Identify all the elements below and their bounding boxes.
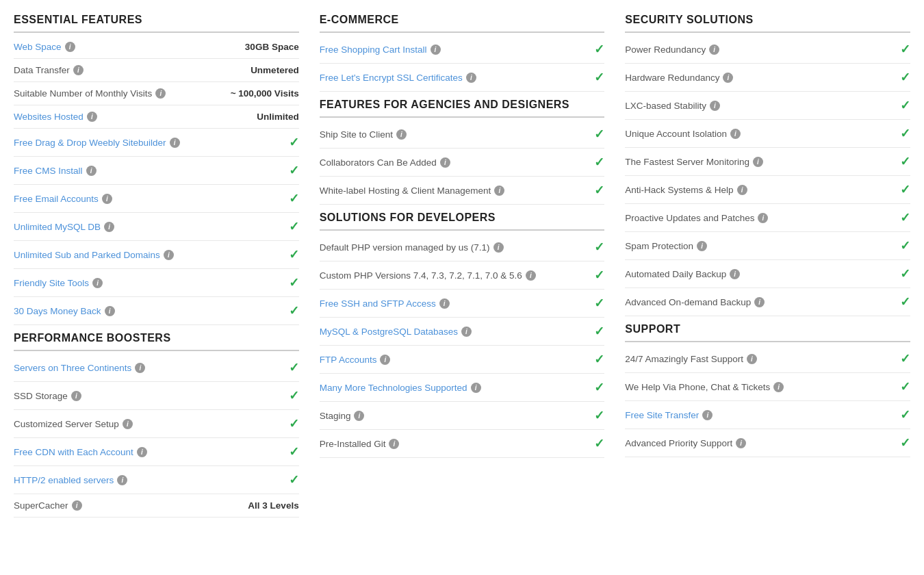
info-icon[interactable]: i <box>494 186 504 196</box>
info-icon[interactable]: i <box>389 439 399 449</box>
feature-label-text[interactable]: Web Space <box>14 42 62 52</box>
info-icon[interactable]: i <box>440 157 450 168</box>
info-icon[interactable]: i <box>137 447 147 457</box>
info-icon[interactable]: i <box>723 73 733 83</box>
info-icon[interactable]: i <box>753 157 763 167</box>
section-title: PERFORMANCE BOOSTERS <box>14 332 299 351</box>
info-icon[interactable]: i <box>65 42 75 52</box>
info-icon[interactable]: i <box>73 65 84 75</box>
feature-value: ✓ <box>289 219 299 234</box>
info-icon[interactable]: i <box>72 500 82 511</box>
info-icon[interactable]: i <box>697 241 707 251</box>
info-icon[interactable]: i <box>461 327 472 337</box>
feature-label: Ship Site to Clienti <box>320 129 407 140</box>
feature-label-text: Ship Site to Client <box>320 129 393 140</box>
info-icon[interactable]: i <box>526 270 536 281</box>
info-icon[interactable]: i <box>135 363 145 373</box>
feature-label-text: Suitable Number of Monthly Visits <box>14 88 152 99</box>
feature-label-text: Data Transfer <box>14 65 70 75</box>
info-icon[interactable]: i <box>702 410 713 420</box>
info-icon[interactable]: i <box>754 297 765 307</box>
feature-row: HTTP/2 enabled serversi✓ <box>14 466 299 494</box>
feature-label: Unlimited MySQL DBi <box>14 222 114 232</box>
feature-row: Unlimited Sub and Parked Domainsi✓ <box>14 241 299 269</box>
section-block-0-1: PERFORMANCE BOOSTERSServers on Three Con… <box>14 332 299 518</box>
feature-label-text[interactable]: Many More Technologies Supported <box>320 383 467 393</box>
info-icon[interactable]: i <box>87 112 97 122</box>
info-icon[interactable]: i <box>736 438 746 448</box>
info-icon[interactable]: i <box>709 44 719 55</box>
info-icon[interactable]: i <box>773 382 784 392</box>
info-icon[interactable]: i <box>105 306 115 316</box>
info-icon[interactable]: i <box>758 213 768 223</box>
feature-value: ✓ <box>289 444 299 459</box>
info-icon[interactable]: i <box>104 222 114 232</box>
feature-label-text[interactable]: Free CMS Install <box>14 166 83 176</box>
feature-row: Free SSH and SFTP Accessi✓ <box>320 290 605 318</box>
section-block-1-0: E-COMMERCEFree Shopping Cart Installi✓Fr… <box>320 14 605 92</box>
feature-label-text[interactable]: Free Drag & Drop Weebly Sitebuilder <box>14 138 166 148</box>
feature-label-text[interactable]: MySQL & PostgreSQL Databases <box>320 327 458 337</box>
feature-label-text[interactable]: Free Email Accounts <box>14 194 99 204</box>
info-icon[interactable]: i <box>730 129 741 139</box>
feature-label-text[interactable]: FTP Accounts <box>320 355 377 365</box>
feature-label: Friendly Site Toolsi <box>14 278 103 288</box>
feature-label-text: Staging <box>320 411 351 421</box>
info-icon[interactable]: i <box>117 475 127 485</box>
feature-row: Automated Daily Backupi✓ <box>625 260 910 288</box>
feature-label-text[interactable]: Free Site Transfer <box>625 410 699 420</box>
feature-label-text[interactable]: 30 Days Money Back <box>14 306 101 316</box>
info-icon[interactable]: i <box>102 194 112 204</box>
feature-label: Pre-Installed Giti <box>320 439 400 449</box>
section-block-1-1: FEATURES FOR AGENCIES AND DESIGNERSShip … <box>320 99 605 205</box>
feature-label-text[interactable]: Unlimited Sub and Parked Domains <box>14 250 160 260</box>
info-icon[interactable]: i <box>439 298 450 309</box>
info-icon[interactable]: i <box>354 411 364 421</box>
column-0: ESSENTIAL FEATURESWeb Spacei30GB SpaceDa… <box>14 14 299 524</box>
info-icon[interactable]: i <box>747 354 757 364</box>
info-icon[interactable]: i <box>71 391 81 401</box>
section-title: E-COMMERCE <box>320 14 605 33</box>
info-icon[interactable]: i <box>92 278 103 288</box>
feature-label-text[interactable]: Websites Hosted <box>14 112 84 122</box>
feature-label: Default PHP version managed by us (7.1)i <box>320 242 504 253</box>
info-icon[interactable]: i <box>155 88 166 99</box>
feature-label-text: Default PHP version managed by us (7.1) <box>320 242 490 253</box>
info-icon[interactable]: i <box>730 269 740 279</box>
feature-label: Servers on Three Continentsi <box>14 363 145 373</box>
feature-label-text[interactable]: Free CDN with Each Account <box>14 447 133 457</box>
feature-label-text[interactable]: Free Shopping Cart Install <box>320 44 427 55</box>
feature-label-text[interactable]: Friendly Site Tools <box>14 278 89 288</box>
feature-label-text[interactable]: Unlimited MySQL DB <box>14 222 101 232</box>
feature-label: Free Let's Encrypt SSL Certificatesi <box>320 73 476 83</box>
info-icon[interactable]: i <box>466 73 476 83</box>
info-icon[interactable]: i <box>431 44 441 55</box>
info-icon[interactable]: i <box>710 101 720 111</box>
feature-label-text[interactable]: Servers on Three Continents <box>14 363 131 373</box>
info-icon[interactable]: i <box>170 138 180 148</box>
feature-row: Servers on Three Continentsi✓ <box>14 354 299 382</box>
feature-row: Friendly Site Toolsi✓ <box>14 269 299 297</box>
feature-value: ✓ <box>289 472 299 487</box>
info-icon[interactable]: i <box>737 185 747 195</box>
feature-label-text[interactable]: HTTP/2 enabled servers <box>14 475 114 485</box>
feature-label-text[interactable]: Free SSH and SFTP Access <box>320 298 436 309</box>
feature-value: ✓ <box>900 42 910 57</box>
info-icon[interactable]: i <box>471 383 481 393</box>
feature-row: Unlimited MySQL DBi✓ <box>14 213 299 241</box>
info-icon[interactable]: i <box>123 419 133 429</box>
feature-label: FTP Accountsi <box>320 355 391 365</box>
info-icon[interactable]: i <box>396 129 407 140</box>
section-title: ESSENTIAL FEATURES <box>14 14 299 33</box>
info-icon[interactable]: i <box>493 242 504 253</box>
feature-label-text: The Fastest Server Monitoring <box>625 157 749 167</box>
feature-value: ✓ <box>594 183 604 198</box>
feature-value: ✓ <box>594 408 604 423</box>
info-icon[interactable]: i <box>380 355 390 365</box>
feature-value: All 3 Levels <box>248 500 298 511</box>
info-icon[interactable]: i <box>86 166 97 176</box>
feature-label-text[interactable]: Free Let's Encrypt SSL Certificates <box>320 73 463 83</box>
feature-value: ✓ <box>594 240 604 255</box>
info-icon[interactable]: i <box>164 250 174 260</box>
feature-row: Ship Site to Clienti✓ <box>320 120 605 149</box>
